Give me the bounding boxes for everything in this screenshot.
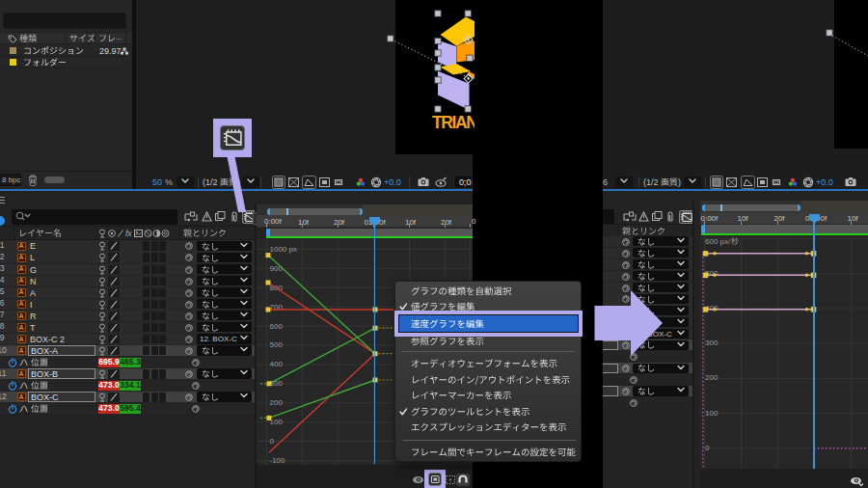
svg-text:TRIAN: TRIAN <box>432 111 475 132</box>
